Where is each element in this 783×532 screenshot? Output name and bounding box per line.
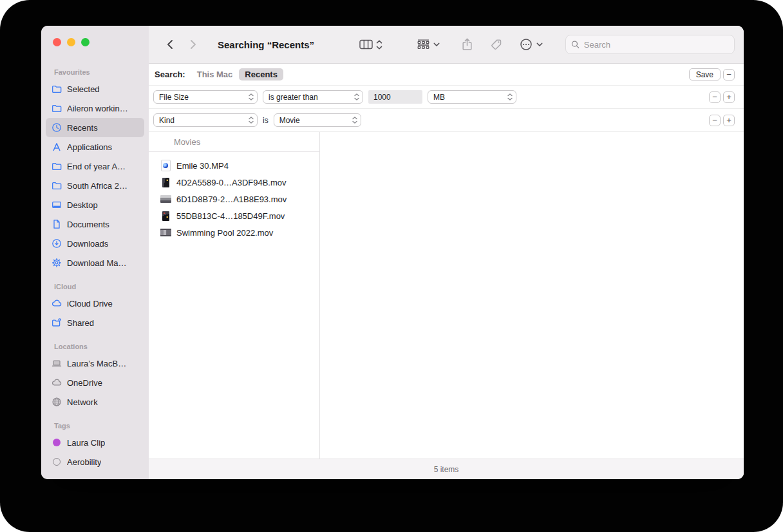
sidebar-item-label: Downloads bbox=[67, 239, 108, 249]
sidebar-item-selected[interactable]: Selected bbox=[46, 79, 144, 99]
filter-attribute-select[interactable]: Kind bbox=[153, 113, 258, 127]
ellipsis-circle-icon bbox=[520, 38, 533, 51]
filter-unit-select[interactable]: MB bbox=[428, 90, 516, 104]
scope-recents[interactable]: Recents bbox=[239, 68, 283, 81]
laptop-icon bbox=[51, 357, 62, 369]
file-row[interactable]: 4D2A5589-0…A3DF94B.mov bbox=[149, 174, 319, 191]
gear-icon bbox=[51, 257, 62, 269]
filter-row-file-size: File Size is greater than MB − + bbox=[149, 86, 744, 109]
chevron-right-icon bbox=[189, 39, 198, 50]
toolbar-search-field[interactable] bbox=[565, 35, 735, 54]
sidebar-item-documents[interactable]: Documents bbox=[46, 214, 144, 234]
file-row[interactable]: Swimming Pool 2022.mov bbox=[149, 224, 319, 241]
tags-button[interactable] bbox=[490, 39, 502, 51]
file-name: 4D2A5589-0…A3DF94B.mov bbox=[176, 178, 287, 187]
sidebar-item-label: South Africa 2… bbox=[67, 181, 127, 191]
sidebar-item-desktop[interactable]: Desktop bbox=[46, 195, 144, 214]
file-name: Swimming Pool 2022.mov bbox=[176, 228, 273, 238]
file-name: 6D1D8B79-2…A1B8E93.mov bbox=[176, 195, 287, 204]
remove-criterion-button[interactable]: − bbox=[709, 115, 721, 126]
sidebar-item-tag-aerobility[interactable]: Aerobility bbox=[46, 452, 144, 471]
remove-criterion-button[interactable]: − bbox=[709, 91, 721, 103]
share-button[interactable] bbox=[462, 38, 473, 51]
select-stepper-icon bbox=[354, 93, 359, 100]
close-window-button[interactable] bbox=[53, 38, 61, 46]
sidebar-item-label: Laura’s MacB… bbox=[67, 359, 126, 368]
sidebar-item-icloud-drive[interactable]: iCloud Drive bbox=[46, 294, 144, 313]
file-row[interactable]: Emile 30.MP4 bbox=[149, 157, 319, 174]
window-title: Searching “Recents” bbox=[218, 39, 314, 50]
sidebar-section-tags: Tags bbox=[54, 421, 149, 431]
add-criterion-button[interactable]: + bbox=[723, 115, 735, 126]
group-by-button[interactable] bbox=[417, 39, 440, 50]
filter-attribute-value: Kind bbox=[159, 116, 175, 125]
filter-operator-select[interactable]: is greater than bbox=[263, 90, 363, 104]
sidebar-item-label: Laura Clip bbox=[67, 438, 105, 448]
scope-this-mac[interactable]: This Mac bbox=[197, 70, 233, 79]
sidebar-item-onedrive[interactable]: OneDrive bbox=[46, 373, 144, 392]
sidebar-item-recents[interactable]: Recents bbox=[46, 118, 144, 137]
tag-icon bbox=[490, 39, 502, 51]
sidebar-item-aileron-working[interactable]: Aileron workin… bbox=[46, 99, 144, 118]
sidebar-item-end-of-year[interactable]: End of year A… bbox=[46, 157, 144, 176]
collapse-criteria-button[interactable]: − bbox=[723, 69, 735, 81]
share-icon bbox=[462, 38, 473, 51]
save-search-button[interactable]: Save bbox=[689, 68, 721, 81]
results-area: Movies Emile 30.MP4 4D2A5589-0…A3DF94B.m… bbox=[149, 132, 744, 459]
tag-open-icon bbox=[51, 456, 62, 468]
cloud-gray-icon bbox=[51, 377, 62, 388]
sidebar-item-download-manager[interactable]: Download Ma… bbox=[46, 253, 144, 272]
file-name: 55DB813C-4…185D49F.mov bbox=[176, 211, 285, 221]
sidebar-item-label: Documents bbox=[67, 220, 109, 229]
more-actions-button[interactable] bbox=[520, 38, 543, 51]
folder-icon bbox=[51, 160, 62, 172]
search-input[interactable] bbox=[583, 39, 729, 50]
forward-button[interactable] bbox=[185, 37, 201, 52]
document-icon bbox=[51, 218, 62, 230]
select-stepper-icon bbox=[249, 117, 254, 124]
finder-window: Favourites Selected Aileron workin… Rece… bbox=[41, 26, 744, 479]
zoom-window-button[interactable] bbox=[81, 38, 90, 46]
sidebar-item-south-africa[interactable]: South Africa 2… bbox=[46, 176, 144, 195]
filter-attribute-select[interactable]: File Size bbox=[153, 90, 258, 104]
status-bar: 5 items bbox=[149, 459, 744, 479]
add-criterion-button[interactable]: + bbox=[723, 91, 735, 103]
filter-operator-value: is greater than bbox=[269, 93, 318, 102]
sidebar-item-label: Shared bbox=[67, 318, 94, 328]
view-mode-button[interactable] bbox=[359, 39, 382, 50]
sidebar-item-label: Aileron workin… bbox=[67, 104, 128, 113]
downloads-icon bbox=[51, 238, 62, 249]
column-view-icon bbox=[359, 39, 373, 50]
video-thumbnail-icon bbox=[160, 210, 171, 222]
minimize-window-button[interactable] bbox=[67, 38, 75, 46]
back-button[interactable] bbox=[162, 37, 177, 52]
sidebar-item-label: Aerobility bbox=[67, 457, 101, 467]
sidebar-item-shared[interactable]: Shared bbox=[46, 313, 144, 332]
sidebar-item-tag-laura-clip[interactable]: Laura Clip bbox=[46, 433, 144, 452]
filter-kind-value: Movie bbox=[279, 116, 300, 125]
file-row[interactable]: 55DB813C-4…185D49F.mov bbox=[149, 207, 319, 224]
filter-connector-label: is bbox=[263, 116, 269, 125]
chevron-down-icon bbox=[433, 43, 440, 47]
globe-icon bbox=[51, 396, 62, 408]
sidebar-item-label: Recents bbox=[67, 123, 98, 133]
sidebar-item-lauras-macbook[interactable]: Laura’s MacB… bbox=[46, 354, 144, 373]
sidebar-item-applications[interactable]: Applications bbox=[46, 137, 144, 157]
sidebar-item-downloads[interactable]: Downloads bbox=[46, 234, 144, 253]
search-icon bbox=[571, 40, 580, 49]
folder-icon bbox=[51, 102, 62, 114]
preview-column bbox=[320, 132, 744, 459]
tag-purple-icon bbox=[51, 437, 62, 448]
sidebar-item-network[interactable]: Network bbox=[46, 392, 144, 412]
sidebar-item-label: Selected bbox=[67, 84, 100, 94]
filter-value-input[interactable] bbox=[368, 90, 422, 104]
window-controls bbox=[41, 26, 149, 58]
sidebar-item-label: End of year A… bbox=[67, 162, 126, 171]
clock-icon bbox=[51, 122, 62, 133]
file-row[interactable]: 6D1D8B79-2…A1B8E93.mov bbox=[149, 191, 319, 207]
filter-kind-select[interactable]: Movie bbox=[274, 113, 361, 127]
folder-icon bbox=[51, 180, 62, 191]
select-stepper-icon bbox=[249, 93, 254, 100]
quicktime-file-icon bbox=[160, 160, 171, 171]
sidebar-item-label: Network bbox=[67, 397, 98, 407]
